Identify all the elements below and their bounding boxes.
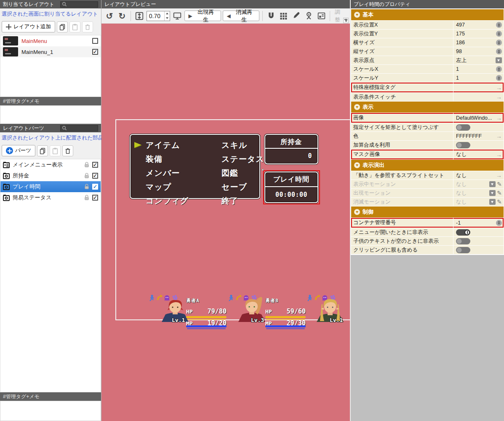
parts-search-input[interactable] bbox=[60, 125, 98, 131]
snap-button[interactable] bbox=[266, 11, 277, 21]
layout-checkbox[interactable] bbox=[92, 38, 98, 44]
vanish-play-button[interactable]: ◀ 消滅再生 bbox=[223, 11, 259, 21]
undo-button[interactable]: ↺ bbox=[104, 11, 115, 21]
spinner-control[interactable] bbox=[496, 66, 502, 72]
lock-icon[interactable] bbox=[84, 173, 90, 179]
detail-arrow-button[interactable]: → bbox=[496, 85, 502, 91]
fit-view-button[interactable] bbox=[134, 11, 145, 21]
part-list-item[interactable]: プレイ時間✓ bbox=[0, 181, 101, 192]
copy-layout-button[interactable] bbox=[57, 21, 68, 32]
property-value[interactable]: 左上 bbox=[456, 57, 494, 64]
spinner-control[interactable] bbox=[496, 40, 502, 46]
property-value-cell[interactable]: 1 bbox=[453, 74, 504, 82]
toggle-switch[interactable] bbox=[456, 238, 470, 244]
zoom-spin-buttons[interactable] bbox=[164, 11, 170, 21]
layout-checkbox[interactable]: ✓ bbox=[92, 49, 98, 55]
property-value-cell[interactable]: なし✎ bbox=[453, 198, 504, 206]
spinner-control[interactable] bbox=[496, 31, 502, 37]
playtime-window-part[interactable]: プレイ時間 00:00:00 bbox=[264, 172, 318, 203]
lock-icon[interactable] bbox=[84, 184, 90, 190]
property-value-cell[interactable]: 175 bbox=[453, 29, 504, 38]
property-value[interactable]: 497 bbox=[456, 22, 495, 28]
section-header[interactable]: 基本 bbox=[351, 9, 504, 20]
dropdown-button[interactable] bbox=[496, 57, 502, 63]
lock-icon[interactable] bbox=[84, 162, 90, 168]
property-value-cell[interactable] bbox=[453, 141, 504, 149]
tag-memo-input-bottom[interactable] bbox=[0, 401, 101, 421]
layout-frame-button[interactable] bbox=[316, 11, 327, 21]
property-value[interactable]: 98 bbox=[456, 48, 495, 54]
camera-button[interactable] bbox=[303, 11, 314, 21]
toggle-switch[interactable] bbox=[456, 124, 470, 131]
detail-arrow-button[interactable]: → bbox=[496, 172, 502, 178]
pencil-icon[interactable]: ✎ bbox=[497, 199, 502, 205]
property-value-cell[interactable]: 497 bbox=[453, 21, 504, 29]
zoom-value[interactable]: 0.70 bbox=[147, 11, 164, 21]
property-value[interactable]: なし bbox=[456, 181, 488, 188]
property-value-cell[interactable] bbox=[453, 246, 504, 254]
part-checkbox[interactable]: ✓ bbox=[92, 184, 98, 190]
property-value-cell[interactable]: 186 bbox=[453, 38, 504, 47]
property-value[interactable]: 186 bbox=[456, 40, 495, 46]
property-value-cell[interactable]: なし→ bbox=[453, 150, 504, 159]
property-value[interactable]: 1 bbox=[456, 66, 495, 72]
paint-button[interactable] bbox=[291, 11, 301, 21]
add-layout-button[interactable]: レイアウト追加 bbox=[2, 21, 55, 32]
grid-button[interactable] bbox=[278, 11, 289, 21]
property-value-cell[interactable]: なし→ bbox=[453, 171, 504, 180]
toggle-switch[interactable] bbox=[456, 229, 470, 236]
add-part-button[interactable]: パーツ bbox=[2, 145, 35, 156]
property-value-cell[interactable]: -1 bbox=[453, 218, 504, 228]
dropdown-button[interactable] bbox=[489, 181, 496, 187]
property-value-cell[interactable]: DefaultWindo...→ bbox=[453, 113, 504, 123]
redo-button[interactable]: ↻ bbox=[117, 11, 128, 21]
spin-up-icon[interactable] bbox=[165, 11, 170, 16]
lock-icon[interactable] bbox=[84, 195, 90, 201]
property-value-cell[interactable]: → bbox=[453, 93, 504, 101]
property-value-cell[interactable] bbox=[453, 123, 504, 131]
paste-part-button[interactable] bbox=[50, 145, 61, 156]
game-preview-canvas[interactable]: アイテム装備メンバーマップコンフィグ スキルステータス図鑑セーブ終了 所持金 0… bbox=[101, 24, 350, 421]
detail-arrow-button[interactable]: → bbox=[496, 133, 502, 139]
dropdown-button[interactable] bbox=[489, 190, 496, 196]
gold-window-part[interactable]: 所持金 0 bbox=[264, 134, 318, 164]
main-menu-window-part[interactable]: アイテム装備メンバーマップコンフィグ スキルステータス図鑑セーブ終了 bbox=[130, 134, 260, 199]
spinner-control[interactable] bbox=[496, 22, 502, 28]
section-header[interactable]: 表示演出 bbox=[351, 160, 504, 171]
property-value[interactable]: なし bbox=[456, 190, 488, 197]
detail-arrow-button[interactable]: → bbox=[496, 94, 502, 100]
part-checkbox[interactable]: ✓ bbox=[92, 195, 98, 201]
property-value-cell[interactable]: なし✎ bbox=[453, 189, 504, 197]
toggle-switch[interactable] bbox=[456, 142, 470, 148]
pencil-icon[interactable]: ✎ bbox=[497, 181, 502, 187]
dropdown-button[interactable] bbox=[489, 199, 496, 205]
detail-arrow-button[interactable]: → bbox=[496, 115, 502, 121]
spinner-control[interactable] bbox=[496, 75, 502, 81]
property-value[interactable]: なし bbox=[456, 151, 495, 158]
delete-part-button[interactable] bbox=[62, 145, 73, 156]
copy-part-button[interactable] bbox=[37, 145, 48, 156]
tag-memo-input[interactable] bbox=[0, 105, 101, 124]
property-value-cell[interactable] bbox=[453, 237, 504, 245]
pencil-icon[interactable]: ✎ bbox=[497, 190, 502, 196]
property-value-cell[interactable]: 左上 bbox=[453, 56, 504, 64]
layout-list-item[interactable]: MainMenu bbox=[0, 35, 101, 46]
property-value[interactable]: DefaultWindo... bbox=[456, 115, 495, 121]
property-value[interactable]: FFFFFFFF bbox=[456, 133, 495, 139]
property-value-cell[interactable]: 98 bbox=[453, 47, 504, 56]
delete-layout-button[interactable] bbox=[82, 21, 93, 32]
property-value[interactable]: -1 bbox=[456, 220, 495, 226]
section-header[interactable]: 制御 bbox=[351, 206, 504, 217]
spin-down-icon[interactable] bbox=[165, 16, 170, 21]
layout-search-input[interactable] bbox=[60, 1, 98, 8]
appear-play-button[interactable]: ▶ 出現再生 bbox=[184, 11, 221, 21]
spinner-control[interactable] bbox=[496, 48, 502, 54]
layout-list-item[interactable]: MainMenu_1✓ bbox=[0, 46, 101, 57]
property-value[interactable]: 1 bbox=[456, 75, 495, 81]
property-value-cell[interactable]: 1 bbox=[453, 65, 504, 73]
property-value[interactable]: 175 bbox=[456, 31, 495, 37]
toggle-switch[interactable] bbox=[456, 247, 470, 253]
property-value[interactable]: なし bbox=[456, 198, 488, 206]
section-header[interactable]: 表示 bbox=[351, 102, 504, 113]
detail-arrow-button[interactable]: → bbox=[496, 152, 502, 158]
